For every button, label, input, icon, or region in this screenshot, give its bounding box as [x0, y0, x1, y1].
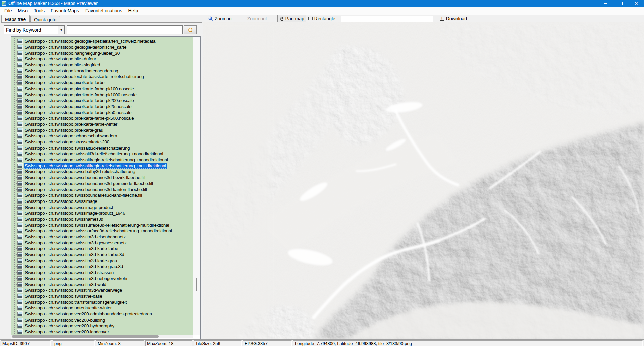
list-item[interactable]: Swisstopo - ch.swisstopo.unterkuenfte-wi…	[11, 305, 193, 311]
list-item[interactable]: Swisstopo - ch.swisstopo.swissaltiregio-…	[11, 157, 193, 163]
list-item[interactable]: Swisstopo - ch.swisstopo.pixelkarte-grau	[11, 127, 193, 133]
list-item[interactable]: Swisstopo - ch.swisstopo.swissimage-prod…	[11, 210, 193, 216]
tree-connector	[15, 166, 17, 166]
list-item[interactable]: Swisstopo - ch.swisstopo.swisstlm3d-wand…	[11, 287, 193, 293]
status-segment-6: Longitude=7.794800, Latitude=46.998988, …	[293, 340, 643, 346]
list-item[interactable]: Swisstopo - ch.swisstopo.swissimage	[11, 198, 193, 205]
tree-connector	[15, 243, 17, 243]
rectangle-label: Rectangle	[314, 16, 335, 21]
menu-favoritelocations[interactable]: FavoriteLocations	[82, 7, 125, 14]
list-item[interactable]: Swisstopo - ch.swisstopo.pixelkarte-farb…	[11, 121, 193, 127]
chevron-down-icon[interactable]: ▼	[58, 26, 64, 34]
list-item[interactable]: Swisstopo - ch.swisstopo.koordinatenaend…	[11, 68, 193, 74]
list-item[interactable]: Swisstopo - ch.swisstopo.vec200-hydrogra…	[11, 323, 193, 329]
tree-connector	[15, 213, 17, 213]
find-mode-select[interactable]: Find by Keyword ▼	[4, 25, 65, 34]
list-item[interactable]: Swisstopo - ch.swisstopo.swissimage-prod…	[11, 204, 193, 210]
list-item[interactable]: Swisstopo - ch.swisstopo.hiks-dufour	[11, 56, 193, 62]
map-canvas[interactable]	[203, 22, 644, 339]
tab-maps-tree[interactable]: Maps tree	[1, 15, 30, 22]
list-item-label: Swisstopo - ch.swisstopo.swissimage	[24, 198, 98, 204]
menu-tools[interactable]: Tools	[31, 7, 48, 14]
list-item[interactable]: Swisstopo - ch.swisstopo.vec200-building	[11, 317, 193, 323]
list-item[interactable]: Swisstopo - ch.swisstopo.pixelkarte-farb…	[11, 109, 193, 115]
tab-quick-goto[interactable]: Quick goto	[30, 16, 60, 22]
list-item[interactable]: Swisstopo - ch.swisstopo.swisstlm3d-kart…	[11, 257, 193, 264]
list-item[interactable]: Swisstopo - ch.swisstopo.swisssurface3d-…	[11, 228, 193, 234]
list-item[interactable]: Swisstopo - ch.swisstopo.swissbathy3d-re…	[11, 169, 193, 175]
list-item-label: Swisstopo - ch.swisstopo.transformations…	[24, 299, 128, 305]
list-item[interactable]: Swisstopo - ch.swisstopo.schneeschuhwand…	[11, 133, 193, 139]
menu-help[interactable]: Help	[125, 7, 141, 14]
list-item[interactable]: Swisstopo - ch.swisstopo.swissboundaries…	[11, 186, 193, 192]
tree-connector	[15, 219, 17, 219]
list-item[interactable]: Swisstopo - ch.swisstopo.swisstlm3d-kart…	[11, 246, 193, 252]
tree-connector	[15, 148, 17, 148]
list-item[interactable]: Swisstopo - ch.swisstopo.transformations…	[11, 299, 193, 305]
list-item[interactable]: Swisstopo - ch.swisstopo.geologie-tekton…	[11, 44, 193, 50]
list-item[interactable]: Swisstopo - ch.swisstopo.pixelkarte-farb…	[11, 104, 193, 110]
restore-button[interactable]	[613, 0, 629, 7]
list-item[interactable]: Swisstopo - ch.swisstopo.pixelkarte-farb…	[11, 80, 193, 86]
map-layer-icon	[17, 104, 22, 109]
menu-file[interactable]: File	[1, 7, 15, 14]
minimize-button[interactable]	[598, 0, 613, 7]
list-item[interactable]: Swisstopo - ch.swisstopo.pixelkarte-farb…	[11, 115, 193, 121]
list-item[interactable]: Swisstopo - ch.swisstopo.pixelkarte-farb…	[11, 92, 193, 98]
maps-tree-panel: Find by Keyword ▼ Swisstopo - ch.swissto…	[1, 22, 202, 339]
list-item[interactable]: Swisstopo - ch.swisstopo.swissaltiregio-…	[11, 163, 193, 169]
search-button[interactable]	[184, 25, 197, 34]
list-item[interactable]: Swisstopo - ch.swisstopo.swisstlm3d-kart…	[11, 252, 193, 258]
menu-misc[interactable]: Misc	[15, 7, 31, 14]
pan-map-button[interactable]: Pan map	[277, 15, 306, 22]
tree-connector	[15, 201, 17, 201]
tree-connector	[15, 112, 17, 113]
list-item[interactable]: Swisstopo - ch.swisstopo.pixelkarte-farb…	[11, 86, 193, 92]
list-item[interactable]: Swisstopo - ch.swisstopo.leichte-basiska…	[11, 74, 193, 80]
list-item[interactable]: Swisstopo - ch.swisstopo.swissnames3d	[11, 216, 193, 222]
app-icon	[2, 1, 6, 6]
list-item[interactable]: Swisstopo - ch.swisstopo.swisstne-base	[11, 293, 193, 299]
list-item[interactable]: Swisstopo - ch.swisstopo.hangneigung-ueb…	[11, 50, 193, 56]
list-item[interactable]: Swisstopo - ch.swisstopo.swissboundaries…	[11, 192, 193, 198]
map-layer-icon	[17, 175, 22, 180]
list-item[interactable]: Swisstopo - ch.swisstopo.swisssurface3d-…	[11, 222, 193, 228]
map-layer-icon	[17, 93, 22, 97]
menu-favoritemaps[interactable]: FavoriteMaps	[48, 7, 82, 14]
list-item[interactable]: Swisstopo - ch.swisstopo.swisstlm3d-wald	[11, 281, 193, 287]
list-item[interactable]: Swisstopo - ch.swisstopo.geologie-spezia…	[11, 38, 193, 44]
list-item[interactable]: Swisstopo - ch.swisstopo.swisstlm3d-stra…	[11, 270, 193, 276]
list-item[interactable]: Swisstopo - ch.swisstopo.swisstlm3d-eise…	[11, 234, 193, 240]
toolbar-separator	[274, 16, 274, 22]
list-item-label: Swisstopo - ch.swisstopo.pixelkarte-farb…	[24, 110, 132, 115]
zoom-out-button[interactable]: Zoom out	[245, 15, 269, 22]
map-layer-icon	[17, 98, 22, 103]
list-item[interactable]: Swisstopo - ch.swisstopo.swissboundaries…	[11, 181, 193, 187]
list-item-label: Swisstopo - ch.swisstopo.hangneigung-ueb…	[24, 50, 121, 56]
list-item[interactable]: Swisstopo - ch.swisstopo.strassenkarte-2…	[11, 139, 193, 145]
list-item[interactable]: Swisstopo - ch.swisstopo.swissboundaries…	[11, 175, 193, 181]
tree-connector	[15, 89, 17, 89]
list-item[interactable]: Swisstopo - ch.swisstopo.pixelkarte-farb…	[11, 98, 193, 104]
vertical-scrollbar-thumb[interactable]	[196, 278, 197, 291]
rectangle-button[interactable]: Rectangle	[306, 15, 337, 22]
list-item[interactable]: Swisstopo - ch.swisstopo.swisstlm3d-kart…	[11, 264, 193, 270]
download-button[interactable]: Download	[438, 15, 469, 22]
search-input[interactable]	[67, 25, 183, 34]
close-button[interactable]: ✕	[629, 0, 644, 7]
list-item[interactable]: Swisstopo - ch.swisstopo.vec200-adminbou…	[11, 311, 193, 317]
horizontal-scrollbar-thumb[interactable]	[12, 335, 159, 338]
vertical-scrollbar[interactable]	[193, 37, 200, 335]
list-item[interactable]: Swisstopo - ch.swisstopo.hiks-siegfried	[11, 62, 193, 68]
list-item[interactable]: Swisstopo - ch.swisstopo.swissalti3d-rel…	[11, 145, 193, 151]
tree-connector	[15, 100, 17, 101]
panel-divider[interactable]	[202, 15, 202, 339]
horizontal-scrollbar[interactable]	[11, 335, 193, 338]
map-layer-icon	[17, 128, 22, 132]
list-item[interactable]: Swisstopo - ch.swisstopo.swisstlm3d-gewa…	[11, 240, 193, 246]
list-item[interactable]: Swisstopo - ch.swisstopo.swissalti3d-rel…	[11, 151, 193, 157]
list-item[interactable]: Swisstopo - ch.swisstopo.vec200-landcove…	[11, 329, 193, 335]
toolbar-input[interactable]	[341, 16, 433, 22]
zoom-in-button[interactable]: Zoom in	[206, 15, 234, 22]
list-item[interactable]: Swisstopo - ch.swisstopo.swisstlm3d-uebr…	[11, 276, 193, 282]
